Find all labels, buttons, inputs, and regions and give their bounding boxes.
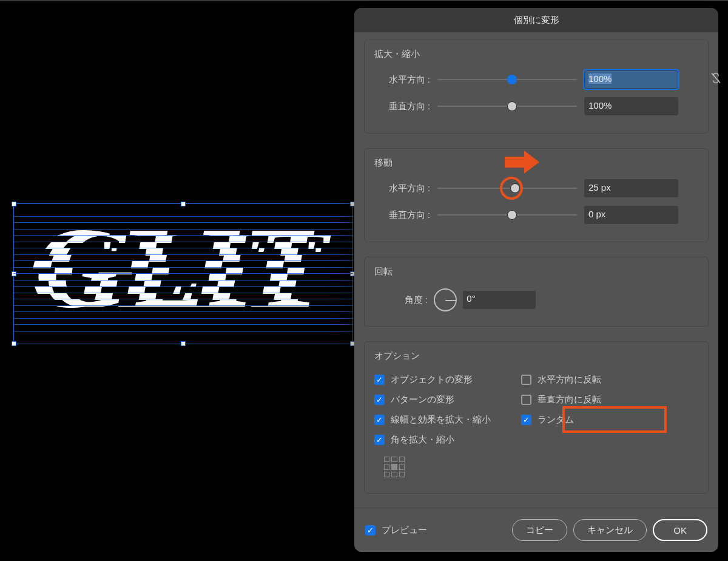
move-h-input[interactable]: 25 px [584, 179, 678, 197]
angle-dial[interactable] [434, 288, 457, 311]
move-v-label: 垂直方向 : [374, 209, 430, 221]
angle-input[interactable]: 0° [463, 291, 536, 309]
cancel-button[interactable]: キャンセル [573, 519, 647, 541]
section-title: 拡大・縮小 [374, 49, 698, 60]
selection-handle[interactable] [12, 341, 16, 346]
move-section: 移動 水平方向 : 25 px 垂直方向 : 0 px [364, 148, 709, 242]
section-title: オプション [374, 350, 698, 362]
scale-v-slider[interactable] [437, 106, 577, 107]
slider-thumb[interactable] [510, 183, 520, 193]
scale-h-input[interactable]: 100% [584, 70, 678, 89]
scale-h-slider[interactable] [437, 79, 577, 80]
checkbox-checked-icon: ✓ [521, 415, 531, 425]
scale-v-label: 垂直方向 : [374, 101, 430, 112]
move-v-input[interactable]: 0 px [584, 206, 678, 224]
selection-handle[interactable] [181, 202, 186, 206]
preview-checkbox[interactable]: ✓ プレビュー [365, 525, 427, 536]
preview-label: プレビュー [382, 525, 427, 536]
options-section: オプション ✓オブジェクトの変形✓パターンの変形✓線幅と効果を拡大・縮小✓角を拡… [364, 341, 709, 494]
section-title: 移動 [374, 157, 698, 169]
option-label: オブジェクトの変形 [391, 374, 473, 386]
checkbox-checked-icon: ✓ [374, 415, 385, 425]
move-h-slider[interactable] [437, 188, 577, 189]
checkbox-icon [521, 375, 531, 385]
transform-each-dialog: 個別に変形 拡大・縮小 水平方向 : 100% 垂直方向 : 100% [354, 8, 718, 552]
option-label: 垂直方向に反転 [538, 394, 601, 406]
dialog-title: 個別に変形 [354, 8, 718, 32]
option-checkbox[interactable]: 垂直方向に反転 [521, 394, 601, 406]
move-h-label: 水平方向 : [374, 183, 430, 194]
option-checkbox[interactable]: ✓ランダム [521, 414, 601, 426]
dialog-footer: ✓ プレビュー コピー キャンセル OK [354, 508, 718, 552]
scale-section: 拡大・縮小 水平方向 : 100% 垂直方向 : 100% [364, 39, 709, 134]
svg-line-0 [712, 73, 720, 83]
checkbox-checked-icon: ✓ [374, 375, 385, 385]
scale-v-input[interactable]: 100% [584, 97, 678, 115]
move-v-slider[interactable] [437, 214, 577, 216]
anchor-reference-point[interactable] [384, 457, 405, 477]
option-checkbox[interactable]: ✓線幅と効果を拡大・縮小 [374, 414, 491, 426]
option-label: 角を拡大・縮小 [391, 434, 454, 446]
selection-bounds[interactable]: GLITGLITGLITGLITGLITGLITGLITGLITGLITGLIT… [13, 203, 353, 344]
slider-thumb[interactable] [507, 210, 517, 220]
selection-handle[interactable] [12, 271, 16, 276]
checkbox-icon [521, 395, 531, 405]
option-label: 線幅と効果を拡大・縮小 [391, 414, 491, 426]
option-label: ランダム [538, 414, 574, 426]
checkbox-checked-icon: ✓ [374, 395, 385, 405]
ok-button[interactable]: OK [653, 519, 707, 541]
slider-thumb[interactable] [507, 75, 517, 84]
option-checkbox[interactable]: ✓角を拡大・縮小 [374, 434, 491, 446]
link-icon[interactable] [710, 72, 721, 88]
checkbox-icon: ✓ [365, 525, 376, 536]
section-title: 回転 [374, 266, 698, 277]
rotate-section: 回転 角度 : 0° [364, 257, 709, 327]
option-checkbox[interactable]: 水平方向に反転 [521, 374, 601, 386]
slider-thumb[interactable] [507, 101, 517, 111]
selection-handle[interactable] [181, 341, 186, 346]
checkbox-checked-icon: ✓ [374, 435, 385, 445]
option-label: パターンの変形 [391, 394, 454, 406]
option-checkbox[interactable]: ✓オブジェクトの変形 [374, 374, 491, 386]
angle-label: 角度 : [405, 294, 428, 306]
option-checkbox[interactable]: ✓パターンの変形 [374, 394, 491, 406]
selection-handle[interactable] [12, 202, 16, 206]
scale-h-label: 水平方向 : [374, 74, 430, 86]
copy-button[interactable]: コピー [512, 519, 567, 541]
option-label: 水平方向に反転 [538, 374, 601, 386]
